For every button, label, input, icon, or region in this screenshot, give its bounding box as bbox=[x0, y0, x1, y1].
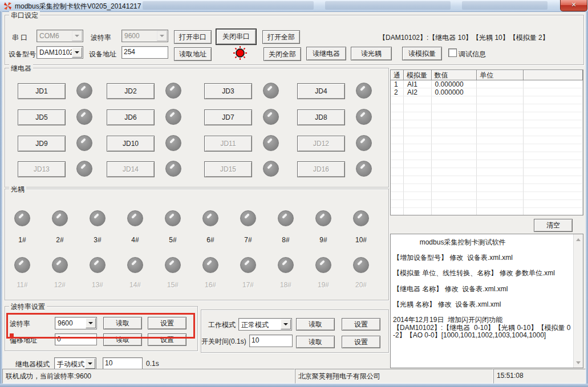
opto-channel-label: 10# bbox=[347, 236, 375, 244]
table-row[interactable] bbox=[391, 120, 583, 128]
device-address-input[interactable]: 254 bbox=[121, 46, 168, 59]
window-title: modbus采集控制卡软件V0205_20141217 bbox=[15, 2, 141, 11]
work-mode-label: 工作模式 bbox=[208, 320, 236, 330]
table-row[interactable] bbox=[391, 144, 583, 152]
opto-channel-label: 19# bbox=[309, 281, 338, 289]
clear-button[interactable]: 清空 bbox=[534, 219, 573, 232]
log-line: 2014年12月19日 增加闪开闪闭功能 bbox=[393, 316, 571, 324]
table-row[interactable] bbox=[391, 192, 583, 200]
relay-mode-time-input[interactable]: 10 bbox=[103, 357, 143, 370]
serial-port-select[interactable]: COM6 bbox=[37, 30, 83, 42]
work-mode-read-button[interactable]: 读取 bbox=[296, 318, 335, 331]
opto-channel-label: 11# bbox=[8, 281, 37, 289]
table-cell bbox=[432, 120, 477, 128]
relay-mode-unit-label: 0.1s bbox=[146, 360, 159, 368]
table-row[interactable] bbox=[391, 136, 583, 144]
table-cell bbox=[432, 136, 477, 144]
relay-button-jd5[interactable]: JD5 bbox=[18, 109, 66, 125]
log-line bbox=[393, 247, 571, 255]
chevron-down-icon[interactable] bbox=[72, 47, 82, 58]
log-line bbox=[393, 293, 571, 301]
read-opto-button[interactable]: 读光耦 bbox=[351, 47, 392, 60]
table-cell bbox=[524, 176, 583, 184]
relay-button-jd9[interactable]: JD9 bbox=[18, 136, 66, 152]
log-text: modbus采集控制卡测试软件【增加设备型号】 修改 设备表.xml.xml【模… bbox=[393, 239, 571, 340]
chevron-down-icon[interactable] bbox=[85, 359, 95, 369]
debug-info-checkbox[interactable] bbox=[448, 48, 457, 57]
relay-led-indicator bbox=[356, 135, 372, 151]
table-row[interactable] bbox=[391, 208, 583, 215]
relay-button-jd2[interactable]: JD2 bbox=[107, 83, 155, 99]
analog-table: 通模拟量数值单位 1AI10.0000002AI20.000000 bbox=[390, 70, 583, 215]
table-row[interactable]: 2AI20.000000 bbox=[391, 88, 583, 96]
switch-time-input[interactable]: 10 bbox=[249, 335, 293, 347]
relay-button-jd6[interactable]: JD6 bbox=[107, 109, 155, 125]
chevron-down-icon[interactable] bbox=[281, 319, 291, 329]
open-all-button[interactable]: 打开全部 bbox=[262, 30, 300, 44]
table-row[interactable]: 1AI10.000000 bbox=[391, 80, 583, 88]
table-row[interactable] bbox=[391, 104, 583, 112]
table-row[interactable] bbox=[391, 160, 583, 168]
read-relay-button[interactable]: 读继电器 bbox=[306, 47, 346, 60]
table-row[interactable] bbox=[391, 176, 583, 184]
close-button[interactable]: ✕ bbox=[560, 0, 587, 11]
log-line: 【光耦 名称】 修改 设备表.xml.xml bbox=[393, 301, 571, 309]
table-cell bbox=[524, 88, 583, 96]
opto-led-indicator bbox=[165, 257, 181, 273]
table-row[interactable] bbox=[391, 152, 583, 160]
table-header-cell: 单位 bbox=[477, 70, 524, 80]
relay-button-jd1[interactable]: JD1 bbox=[18, 83, 66, 99]
table-header-cell: 数值 bbox=[432, 70, 477, 80]
status-connection: 联机成功，当前波特率:9600 bbox=[2, 369, 295, 384]
scroll-up-icon[interactable] bbox=[574, 235, 582, 243]
open-serial-button[interactable]: 打开串口 bbox=[174, 30, 212, 44]
relay-button-jd7[interactable]: JD7 bbox=[204, 109, 252, 125]
table-row[interactable] bbox=[391, 168, 583, 176]
switch-time-read-button[interactable]: 读取 bbox=[296, 336, 335, 348]
device-model-value: DAM10102 bbox=[39, 48, 74, 56]
device-model-select[interactable]: DAM10102 bbox=[37, 46, 83, 59]
switch-time-set-button[interactable]: 设置 bbox=[342, 336, 380, 348]
relay-button-jd3[interactable]: JD3 bbox=[204, 83, 252, 99]
table-row[interactable] bbox=[391, 184, 583, 192]
opto-channel-label: 18# bbox=[271, 281, 300, 289]
read-analog-button[interactable]: 读模拟量 bbox=[402, 47, 442, 60]
table-cell bbox=[524, 144, 583, 152]
table-row[interactable] bbox=[391, 96, 583, 104]
relay-mode-select[interactable]: 手动模式 bbox=[54, 357, 96, 370]
baud-rate-select[interactable]: 9600 bbox=[121, 30, 168, 42]
close-all-button[interactable]: 关闭全部 bbox=[263, 47, 301, 61]
work-mode-set-button[interactable]: 设置 bbox=[342, 318, 380, 331]
table-cell bbox=[432, 128, 477, 136]
opto-led-indicator bbox=[90, 257, 106, 273]
log-line: 【继电器 名称】 修改 设备表.xml.xml bbox=[393, 286, 571, 294]
opto-channel-label: 1# bbox=[8, 236, 37, 244]
scroll-down-icon[interactable] bbox=[574, 359, 582, 366]
table-row[interactable] bbox=[391, 112, 583, 120]
relay-button-jd10[interactable]: JD10 bbox=[107, 136, 155, 152]
status-time: 15:51:08 bbox=[493, 369, 586, 384]
table-cell bbox=[524, 160, 583, 168]
highlight-notch bbox=[10, 333, 14, 337]
chevron-down-icon[interactable] bbox=[72, 31, 82, 41]
table-cell bbox=[391, 200, 404, 208]
log-scrollbar[interactable] bbox=[573, 234, 583, 368]
device-address-label: 设备地址 bbox=[89, 50, 116, 59]
title-bar[interactable]: modbus采集控制卡软件V0205_20141217 ✕ bbox=[0, 0, 588, 12]
table-row[interactable] bbox=[391, 200, 583, 208]
relay-button-jd8[interactable]: JD8 bbox=[297, 109, 345, 125]
opto-led-indicator bbox=[52, 257, 68, 273]
close-serial-button[interactable]: 关闭串口 bbox=[216, 29, 256, 44]
opto-group: 光耦 1#2#3#4#5#6#7#8#9#10#11#12#13#14#15#1… bbox=[5, 189, 389, 300]
relay-led-indicator bbox=[165, 135, 181, 151]
log-line bbox=[393, 308, 571, 316]
relay-led-indicator bbox=[76, 161, 92, 177]
table-header-cell: 通 bbox=[391, 70, 404, 80]
chevron-down-icon[interactable] bbox=[157, 31, 167, 41]
relay-button-jd15: JD15 bbox=[204, 161, 252, 177]
read-address-button[interactable]: 读取地址 bbox=[174, 47, 212, 61]
table-cell bbox=[477, 144, 524, 152]
relay-button-jd4[interactable]: JD4 bbox=[297, 83, 345, 99]
table-row[interactable] bbox=[391, 128, 583, 136]
work-mode-select[interactable]: 正常模式 bbox=[238, 318, 292, 331]
